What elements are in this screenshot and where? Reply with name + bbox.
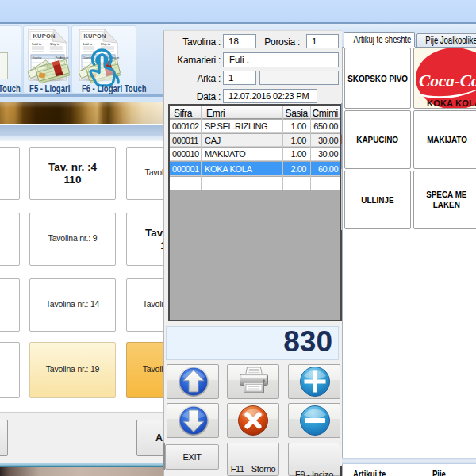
svg-text:KOKA KOLA: KOKA KOLA (427, 98, 476, 108)
svg-text:Coca-Cola: Coca-Cola (419, 71, 476, 90)
svg-text:Sold to: Sold to (32, 43, 42, 46)
svg-text:Amount: Amount (60, 56, 69, 60)
svg-text:Quantity: Quantity (33, 56, 42, 60)
svg-text:KUPON: KUPON (33, 33, 56, 40)
svg-text:Ship to: Ship to (50, 43, 60, 46)
